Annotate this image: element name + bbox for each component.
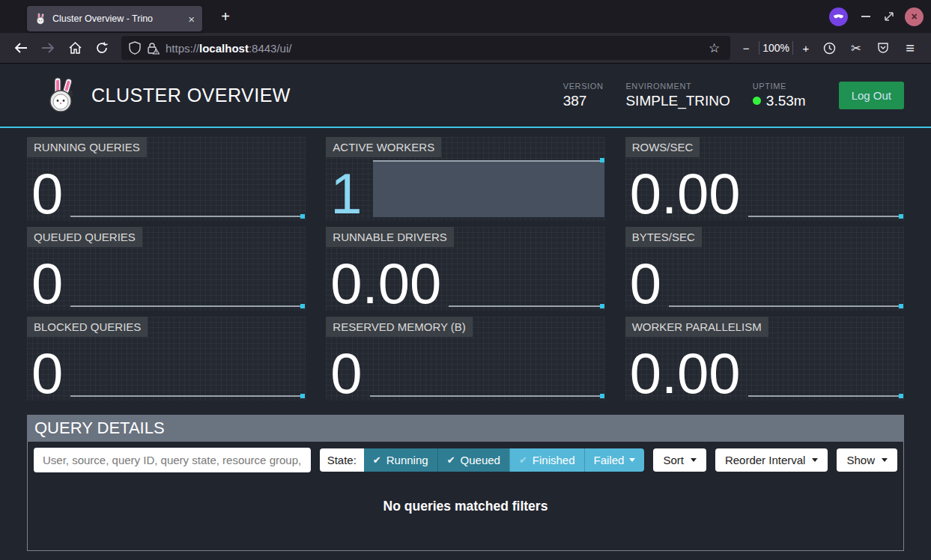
environment-value: SIMPLE_TRINO — [625, 93, 730, 109]
stat-card-rows-sec: ROWS/SEC 0.00 — [625, 137, 904, 221]
stat-card-value: 0 — [31, 350, 63, 397]
stat-card-value: 0 — [31, 261, 63, 307]
uptime-status-dot — [753, 97, 761, 105]
history-clock-icon[interactable] — [817, 37, 841, 59]
query-details-header: QUERY DETAILS — [27, 415, 904, 442]
separator — [759, 41, 759, 55]
stat-card-value: 1 — [330, 171, 362, 217]
query-search-input[interactable] — [34, 448, 311, 472]
sparkline-endpoint-dot — [600, 304, 604, 308]
zoom-level[interactable]: 100% — [762, 42, 789, 54]
show-dropdown[interactable]: Show — [837, 448, 897, 472]
chevron-down-icon — [629, 458, 635, 462]
stat-card-running-queries: RUNNING QUERIES 0 — [27, 137, 306, 221]
private-browsing-badge — [829, 7, 848, 26]
state-filter-failed-dropdown[interactable]: Failed — [584, 448, 645, 472]
stat-card-value: 0.00 — [630, 350, 741, 397]
forward-button[interactable] — [36, 37, 60, 59]
sparkline-endpoint-dot — [300, 304, 305, 308]
stat-card-label: QUEUED QUERIES — [27, 227, 142, 247]
sparkline-endpoint-dot — [600, 158, 604, 162]
state-filter-label: State: — [320, 448, 364, 472]
stat-card-queued-queries: QUEUED QUERIES 0 — [27, 227, 306, 311]
uptime-info: UPTIME 3.53m — [753, 82, 806, 109]
check-icon: ✔ — [519, 454, 527, 466]
tracking-shield-icon[interactable] — [129, 41, 141, 55]
sparkline-chart — [370, 395, 604, 397]
page-title: CLUSTER OVERVIEW — [91, 85, 563, 106]
state-filter-running[interactable]: ✔ Running — [364, 448, 437, 472]
version-info: VERSION 387 — [563, 82, 604, 109]
menu-hamburger-icon[interactable]: ≡ — [898, 37, 922, 59]
empty-queries-message: No queries matched filters — [28, 478, 903, 550]
stat-card-bytes-sec: BYTES/SEC 0 — [625, 227, 904, 311]
sparkline-endpoint-dot — [899, 394, 903, 398]
browser-toolbar: https://localhost:8443/ui/ ☆ − 100% + ✂ … — [0, 33, 931, 64]
sort-dropdown[interactable]: Sort — [653, 448, 706, 472]
stat-card-value: 0.00 — [330, 261, 441, 307]
stat-card-reserved-memory: RESERVED MEMORY (B) 0 — [326, 317, 604, 401]
screenshot-scissors-icon[interactable]: ✂ — [844, 37, 868, 59]
zoom-in-button[interactable]: + — [796, 37, 816, 58]
separator — [792, 41, 793, 55]
stat-card-label: WORKER PARALLELISM — [625, 317, 768, 337]
reorder-interval-dropdown[interactable]: Reorder Interval — [715, 448, 828, 472]
sparkline-chart — [70, 216, 305, 217]
sparkline-endpoint-dot — [600, 394, 604, 398]
close-window-button[interactable]: × — [905, 7, 924, 26]
check-icon: ✔ — [373, 454, 381, 466]
back-button[interactable] — [9, 37, 33, 59]
browser-tab[interactable]: Cluster Overview - Trino × — [27, 6, 202, 31]
query-details-panel: State: ✔ Running ✔ Queued ✔ Finished Fai… — [27, 442, 904, 551]
sparkline-chart — [373, 160, 604, 217]
tab-close-icon[interactable]: × — [188, 13, 195, 25]
version-label: VERSION — [563, 82, 604, 91]
reload-button[interactable] — [90, 37, 114, 59]
chevron-down-icon — [882, 458, 888, 462]
bookmark-star-icon[interactable]: ☆ — [706, 40, 723, 56]
stat-card-label: ACTIVE WORKERS — [326, 137, 441, 157]
sparkline-chart — [70, 395, 305, 397]
stat-card-label: ROWS/SEC — [625, 137, 700, 157]
state-filter-queued[interactable]: ✔ Queued — [437, 448, 509, 472]
trino-cluster-overview-page: CLUSTER OVERVIEW VERSION 387 ENVIRONMENT… — [0, 64, 931, 560]
state-filter-finished[interactable]: ✔ Finished — [509, 448, 584, 472]
environment-info: ENVIRONMENT SIMPLE_TRINO — [625, 82, 730, 109]
new-tab-button[interactable]: + — [214, 5, 237, 28]
stat-card-label: BLOCKED QUERIES — [27, 317, 148, 337]
zoom-out-button[interactable]: − — [736, 37, 756, 58]
sparkline-chart — [748, 216, 903, 217]
sparkline-chart — [449, 305, 604, 307]
version-value: 387 — [563, 93, 604, 109]
url-bar[interactable]: https://localhost:8443/ui/ ☆ — [121, 36, 730, 60]
stat-card-value: 0 — [630, 261, 661, 307]
sparkline-chart — [669, 305, 903, 307]
stat-card-label: RUNNING QUERIES — [27, 137, 147, 157]
logout-button[interactable]: Log Out — [839, 82, 904, 109]
check-icon: ✔ — [447, 454, 455, 466]
sparkline-chart — [748, 395, 903, 397]
stat-card-value: 0 — [31, 171, 63, 217]
sparkline-endpoint-dot — [300, 394, 305, 398]
uptime-value: 3.53m — [766, 93, 806, 109]
pocket-icon[interactable] — [871, 37, 895, 59]
sparkline-chart — [70, 305, 305, 307]
sparkline-endpoint-dot — [300, 214, 305, 219]
cluster-stats-grid: RUNNING QUERIES 0 ACTIVE WORKERS 1 ROWS/… — [27, 137, 904, 401]
browser-tab-bar: Cluster Overview - Trino × + × — [0, 0, 931, 33]
restore-button[interactable] — [884, 11, 894, 22]
home-button[interactable] — [63, 37, 87, 59]
lock-warning-icon[interactable] — [147, 42, 160, 55]
url-text: https://localhost:8443/ui/ — [166, 42, 700, 55]
trino-bunny-logo — [45, 77, 78, 113]
minimize-button[interactable] — [861, 16, 870, 17]
sparkline-endpoint-dot — [899, 304, 903, 308]
tab-title: Cluster Overview - Trino — [52, 13, 182, 24]
stat-card-active-workers: ACTIVE WORKERS 1 — [326, 137, 604, 221]
state-filter-group: State: ✔ Running ✔ Queued ✔ Finished Fai… — [320, 448, 645, 472]
stat-card-label: RESERVED MEMORY (B) — [326, 317, 473, 337]
environment-label: ENVIRONMENT — [625, 82, 730, 91]
query-filter-toolbar: State: ✔ Running ✔ Queued ✔ Finished Fai… — [28, 442, 903, 478]
stat-card-label: RUNNABLE DRIVERS — [326, 227, 454, 247]
chevron-down-icon — [812, 458, 818, 462]
